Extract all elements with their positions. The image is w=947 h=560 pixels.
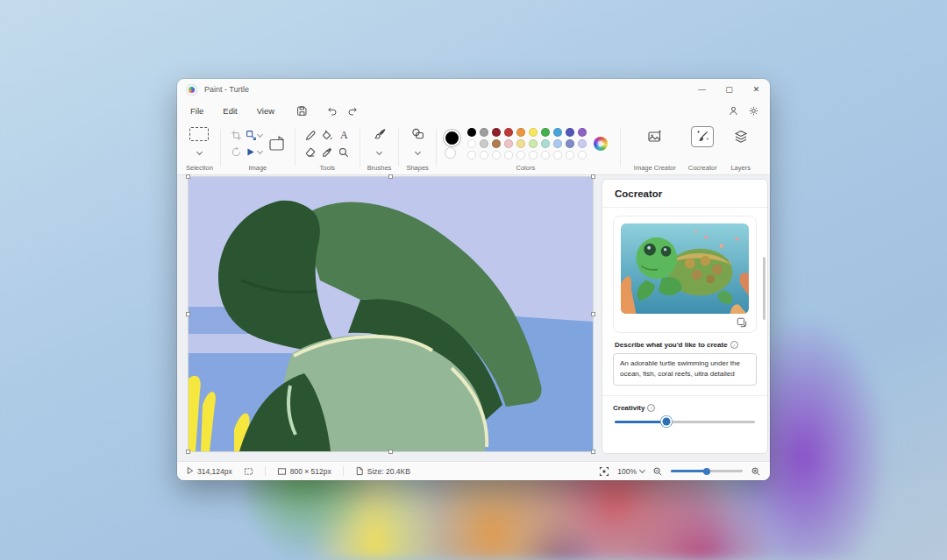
palette-color[interactable]	[553, 139, 562, 148]
undo-icon	[326, 105, 338, 117]
add-to-canvas-icon[interactable]	[737, 317, 747, 328]
palette-empty-slot[interactable]	[480, 151, 488, 159]
creativity-slider-thumb[interactable]	[663, 418, 671, 426]
close-button[interactable]: ✕	[743, 79, 770, 100]
menu-edit[interactable]: Edit	[213, 103, 246, 118]
rotate-icon[interactable]	[231, 146, 242, 158]
secondary-color-swatch[interactable]	[445, 147, 456, 159]
palette-color[interactable]	[516, 139, 525, 148]
palette-color[interactable]	[529, 128, 538, 137]
palette-empty-slot[interactable]	[504, 151, 513, 159]
selection-handle[interactable]	[186, 174, 190, 179]
redo-button[interactable]	[342, 103, 363, 118]
palette-color[interactable]	[504, 128, 513, 137]
palette-color[interactable]	[480, 139, 488, 148]
palette-empty-slot[interactable]	[467, 151, 476, 159]
info-icon[interactable]: i	[647, 404, 655, 412]
selection-size-status	[244, 467, 253, 476]
palette-color[interactable]	[492, 128, 501, 137]
info-icon[interactable]: i	[730, 341, 738, 349]
save-button[interactable]	[291, 103, 312, 118]
canvas-selection[interactable]	[189, 177, 593, 451]
title-bar[interactable]: Paint - Turtle — ▢ ✕	[177, 79, 770, 100]
brush-icon[interactable]	[373, 127, 387, 141]
palette-empty-slot[interactable]	[578, 151, 587, 159]
palette-color[interactable]	[578, 128, 587, 137]
palette-empty-slot[interactable]	[529, 151, 538, 159]
shapes-icon[interactable]	[410, 127, 425, 141]
brushes-group[interactable]: Brushes	[362, 121, 397, 174]
palette-color[interactable]	[529, 139, 538, 148]
palette-color[interactable]	[492, 139, 501, 148]
shapes-group[interactable]: Shapes	[401, 121, 433, 174]
palette-color[interactable]	[553, 128, 562, 137]
chevron-down-icon[interactable]	[415, 148, 421, 154]
layers-button[interactable]: Layers	[723, 121, 758, 174]
window-controls: — ▢ ✕	[688, 79, 770, 100]
palette-empty-slot[interactable]	[553, 151, 562, 159]
menu-view[interactable]: View	[247, 103, 284, 118]
palette-color[interactable]	[516, 128, 525, 137]
eraser-tool-icon[interactable]	[304, 146, 317, 159]
chevron-down-icon[interactable]	[376, 148, 382, 154]
edit-colors-wheel-icon[interactable]	[594, 137, 608, 151]
selection-handle[interactable]	[388, 450, 393, 454]
palette-color[interactable]	[480, 128, 488, 137]
magnifier-tool-icon[interactable]	[338, 146, 350, 159]
settings-gear-icon[interactable]	[748, 105, 759, 117]
palette-color[interactable]	[541, 128, 550, 137]
pencil-tool-icon[interactable]	[304, 130, 317, 142]
generated-image-card	[613, 216, 757, 333]
zoom-in-icon[interactable]	[751, 466, 761, 477]
flip-button[interactable]	[246, 146, 262, 158]
palette-color[interactable]	[566, 139, 574, 148]
selection-handle[interactable]	[591, 174, 595, 179]
palette-empty-slot[interactable]	[516, 151, 525, 159]
palette-color[interactable]	[504, 139, 513, 148]
text-tool-icon[interactable]: A	[340, 129, 348, 142]
palette-color[interactable]	[541, 139, 550, 148]
zoom-level-dropdown[interactable]: 100%	[617, 467, 644, 476]
maximize-button[interactable]: ▢	[716, 79, 743, 100]
toolbar-divider	[620, 129, 621, 167]
palette-empty-slot[interactable]	[566, 151, 574, 159]
palette-empty-slot[interactable]	[541, 151, 550, 159]
selection-handle[interactable]	[591, 450, 595, 454]
fill-bucket-icon[interactable]	[321, 130, 333, 142]
selection-handle[interactable]	[591, 312, 595, 316]
primary-color-swatch[interactable]	[444, 130, 460, 146]
palette-color[interactable]	[467, 128, 476, 137]
cocreator-button[interactable]: Cocreator	[682, 121, 723, 174]
menu-file[interactable]: File	[181, 103, 213, 118]
selection-handle[interactable]	[388, 174, 393, 179]
prompt-input[interactable]: An adorable turtle swimming under the oc…	[613, 353, 757, 386]
selection-tool-icon[interactable]	[189, 127, 209, 141]
palette-empty-slot[interactable]	[492, 151, 501, 159]
image-group: Image	[223, 121, 293, 174]
panel-scrollbar[interactable]	[763, 257, 765, 320]
creativity-slider[interactable]	[615, 421, 755, 423]
palette-color[interactable]	[467, 139, 476, 148]
rotate-canvas-icon[interactable]	[267, 133, 288, 154]
crop-icon[interactable]	[231, 130, 242, 141]
image-creator-button[interactable]: Image Creator	[628, 121, 682, 174]
resize-button[interactable]	[246, 130, 262, 141]
selection-group[interactable]: Selection	[181, 121, 218, 174]
palette-color[interactable]	[578, 139, 587, 148]
zoom-slider[interactable]	[671, 470, 743, 472]
zoom-slider-thumb[interactable]	[703, 468, 710, 475]
palette-color[interactable]	[566, 128, 574, 137]
account-icon[interactable]	[728, 105, 739, 117]
chevron-down-icon	[257, 131, 263, 138]
fit-to-screen-icon[interactable]	[599, 466, 609, 477]
eyedropper-tool-icon[interactable]	[321, 146, 333, 159]
generated-turtle-image[interactable]	[621, 223, 749, 314]
selection-handle[interactable]	[186, 312, 190, 316]
chevron-down-icon[interactable]	[196, 148, 203, 154]
selection-handle[interactable]	[186, 450, 190, 454]
cocreator-icon	[694, 129, 710, 145]
undo-button[interactable]	[321, 103, 342, 118]
zoom-out-icon[interactable]	[652, 466, 663, 477]
drawing-canvas[interactable]	[189, 177, 593, 451]
minimize-button[interactable]: —	[688, 79, 716, 100]
